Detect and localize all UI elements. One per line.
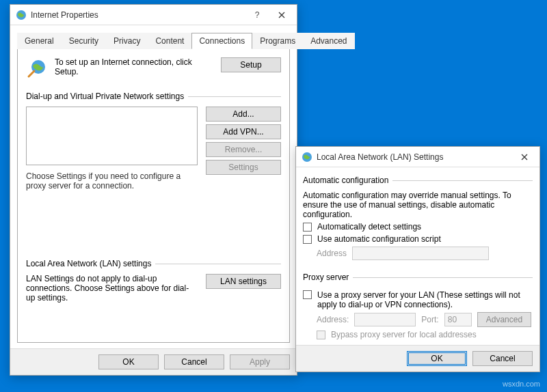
tab-programs[interactable]: Programs — [252, 33, 303, 49]
watermark: wsxdn.com — [503, 380, 540, 388]
add-vpn-button[interactable]: Add VPN... — [206, 124, 281, 139]
proxy-advanced-button[interactable]: Advanced — [477, 312, 531, 327]
proxy-address-input[interactable] — [354, 313, 416, 326]
lan-legend: Local Area Network (LAN) settings — [26, 259, 151, 268]
ok-button[interactable]: OK — [98, 354, 159, 369]
bypass-local-label: Bypass proxy server for local addresses — [331, 330, 477, 339]
window-title: Local Area Network (LAN) Settings — [317, 152, 512, 162]
window-title: Internet Properties — [31, 10, 245, 20]
remove-button[interactable]: Remove... — [206, 142, 281, 157]
titlebar: Local Area Network (LAN) Settings — [296, 147, 539, 167]
proxy-address-label: Address: — [317, 315, 349, 324]
auto-detect-checkbox[interactable] — [303, 223, 312, 232]
titlebar: Internet Properties ? — [10, 5, 297, 25]
internet-options-icon — [16, 10, 27, 20]
bypass-local-checkbox[interactable] — [317, 331, 325, 339]
tab-privacy[interactable]: Privacy — [106, 33, 148, 49]
tab-content[interactable]: Content — [148, 33, 191, 49]
cancel-button[interactable]: Cancel — [472, 351, 533, 366]
dialup-list[interactable] — [26, 107, 198, 165]
add-button[interactable]: Add... — [206, 107, 281, 122]
internet-options-icon — [302, 152, 312, 163]
lan-hint: LAN Settings do not apply to dial-up con… — [26, 274, 198, 303]
auto-detect-label: Automatically detect settings — [317, 222, 421, 232]
tab-connections[interactable]: Connections — [191, 33, 252, 49]
auto-script-label: Use automatic configuration script — [317, 234, 441, 244]
lan-settings-dialog: Local Area Network (LAN) Settings Automa… — [295, 146, 540, 372]
dialup-legend: Dial-up and Virtual Private Network sett… — [26, 92, 184, 101]
apply-button[interactable]: Apply — [230, 354, 290, 369]
use-proxy-checkbox[interactable] — [303, 290, 312, 299]
script-address-input[interactable] — [352, 247, 489, 260]
auto-config-description: Automatic configuration may override man… — [303, 191, 533, 219]
tab-strip: General Security Privacy Content Connect… — [17, 32, 290, 49]
auto-config-legend: Automatic configuration — [303, 176, 388, 185]
settings-button[interactable]: Settings — [206, 160, 281, 175]
proxy-port-label: Port: — [421, 315, 438, 324]
setup-button[interactable]: Setup — [221, 57, 281, 72]
globe-wand-icon — [26, 57, 48, 79]
close-button[interactable] — [269, 5, 294, 25]
ok-button[interactable]: OK — [407, 351, 467, 366]
tab-security[interactable]: Security — [62, 33, 106, 49]
close-button[interactable] — [512, 148, 537, 167]
connections-panel: To set up an Internet connection, click … — [17, 49, 290, 343]
lan-settings-button[interactable]: LAN settings — [206, 274, 281, 289]
cancel-button[interactable]: Cancel — [164, 354, 224, 369]
use-proxy-label: Use a proxy server for your LAN (These s… — [317, 290, 533, 309]
proxy-legend: Proxy server — [303, 272, 349, 282]
script-address-label: Address — [317, 249, 347, 258]
internet-properties-dialog: Internet Properties ? General Security P… — [10, 4, 297, 376]
dialup-hint: Choose Settings if you need to configure… — [26, 171, 198, 191]
auto-script-checkbox[interactable] — [303, 235, 312, 244]
setup-intro-text: To set up an Internet connection, click … — [55, 57, 214, 76]
tab-general[interactable]: General — [17, 33, 62, 49]
help-button[interactable]: ? — [245, 5, 269, 25]
tab-advanced[interactable]: Advanced — [303, 33, 354, 49]
proxy-port-input[interactable] — [444, 313, 472, 326]
